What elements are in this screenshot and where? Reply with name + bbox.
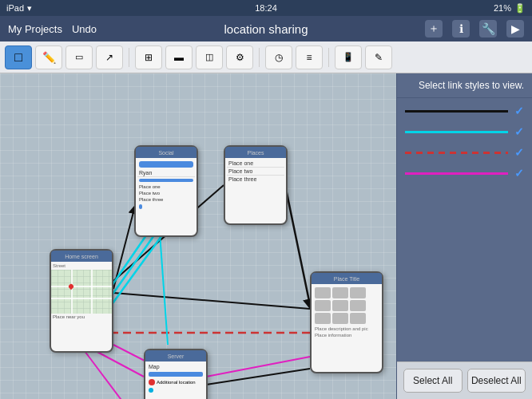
svg-line-0	[113, 209, 134, 289]
play-icon[interactable]: ▶	[506, 20, 524, 38]
list-tool[interactable]: ≡	[296, 45, 323, 69]
arrow-tool[interactable]: ↗	[96, 45, 123, 69]
line-style-red[interactable]: ✓	[405, 146, 524, 159]
toolbar: □ ✏️ ▭ ↗ ⊞ ▬ ◫ ⚙ ◷ ≡ 📱 ✎	[0, 41, 532, 73]
select-all-button[interactable]: Select All	[403, 369, 463, 393]
sidebar-header: Select link styles to view.	[397, 73, 532, 98]
tablet-tool[interactable]: ▭	[66, 45, 93, 69]
main-area: Home screen Street Place near you Social…	[0, 73, 532, 399]
my-projects-link[interactable]: My Projects	[8, 23, 62, 35]
social-cursor	[139, 204, 142, 209]
settings-tool[interactable]: ⚙	[226, 45, 253, 69]
sidebar-line-styles: ✓ ✓ ✓ ✓	[397, 98, 532, 361]
component-tool[interactable]: ◫	[196, 45, 223, 69]
svg-line-3	[113, 293, 310, 309]
menu-bar-left: My Projects Undo	[8, 23, 97, 35]
svg-line-12	[206, 369, 310, 385]
server-titlebar: Server	[145, 350, 206, 361]
cyan-checkmark: ✓	[514, 125, 524, 138]
home-screen-label: Street	[51, 262, 112, 270]
status-time: 18:24	[255, 3, 277, 13]
social-search	[139, 161, 193, 168]
social-bar	[139, 179, 193, 182]
place-title-frame[interactable]: Place Title Place description and pic Pl…	[310, 271, 383, 373]
document-title: location sharing	[224, 22, 308, 36]
info-icon[interactable]: ℹ	[452, 20, 470, 38]
svg-line-2	[286, 189, 310, 305]
svg-line-10	[206, 357, 310, 377]
place-description: Place description and pic	[313, 326, 380, 332]
server-location: Additional location	[147, 378, 204, 386]
places-content: Place one Place two Place three	[225, 158, 286, 184]
select-tool[interactable]: □	[5, 45, 32, 69]
svg-line-11	[80, 345, 140, 399]
server-cursor	[149, 388, 153, 393]
line-style-magenta[interactable]: ✓	[405, 167, 524, 180]
cyan-line-sample	[405, 131, 508, 133]
clock-tool[interactable]: ◷	[265, 45, 292, 69]
pen-tool[interactable]: ✏️	[35, 45, 62, 69]
separator-3	[328, 48, 329, 67]
red-checkmark: ✓	[514, 146, 524, 159]
server-bar	[149, 372, 203, 377]
magenta-checkmark: ✓	[514, 167, 524, 180]
social-content: Ryan Place one Place two Place three	[136, 158, 197, 212]
sidebar: Select link styles to view. ✓ ✓ ✓ ✓	[396, 73, 532, 399]
wrench-icon[interactable]: 🔧	[479, 20, 497, 38]
magenta-line-sample	[405, 172, 508, 175]
home-screen-frame[interactable]: Home screen Street Place near you	[50, 249, 113, 353]
undo-link[interactable]: Undo	[72, 23, 97, 35]
social-titlebar: Social	[136, 147, 197, 158]
separator-2	[259, 48, 260, 67]
screen-tool[interactable]: ▬	[165, 45, 193, 69]
sidebar-footer: Select All Deselect All	[397, 361, 532, 399]
red-line-sample	[405, 152, 508, 154]
menu-bar: My Projects Undo location sharing ＋ ℹ 🔧 …	[0, 16, 532, 41]
line-style-black[interactable]: ✓	[405, 105, 524, 117]
device-tool[interactable]: 📱	[335, 45, 362, 69]
place-title-titlebar: Place Title	[312, 273, 382, 284]
home-footer-label: Place near you	[51, 314, 112, 320]
add-icon[interactable]: ＋	[425, 20, 443, 38]
svg-line-6	[109, 233, 164, 309]
menu-bar-right: ＋ ℹ 🔧 ▶	[425, 20, 524, 38]
carrier-label: iPad ▾	[6, 3, 32, 14]
edit-tool[interactable]: ✎	[365, 45, 392, 69]
deselect-all-button[interactable]: Deselect All	[467, 369, 526, 393]
frame-tool[interactable]: ⊞	[135, 45, 162, 69]
server-frame[interactable]: Server Map Additional location	[144, 349, 208, 399]
home-map	[51, 270, 112, 314]
battery-indicator: 21% 🔋	[494, 3, 526, 14]
places-titlebar: Places	[225, 147, 286, 158]
black-line-sample	[405, 110, 508, 113]
svg-line-13	[160, 233, 168, 345]
social-screen-frame[interactable]: Social Ryan Place one Place two Place th…	[134, 145, 198, 237]
separator-1	[129, 48, 129, 67]
black-checkmark: ✓	[514, 105, 524, 117]
home-screen-titlebar: Home screen	[51, 251, 112, 262]
status-bar: iPad ▾ 18:24 21% 🔋	[0, 0, 532, 16]
line-style-cyan[interactable]: ✓	[405, 125, 524, 138]
place-title-content: Place description and pic Place informat…	[312, 284, 382, 340]
server-content: Map Additional location	[145, 361, 206, 396]
canvas[interactable]: Home screen Street Place near you Social…	[0, 73, 396, 399]
places-list-frame[interactable]: Places Place one Place two Place three	[224, 145, 288, 225]
